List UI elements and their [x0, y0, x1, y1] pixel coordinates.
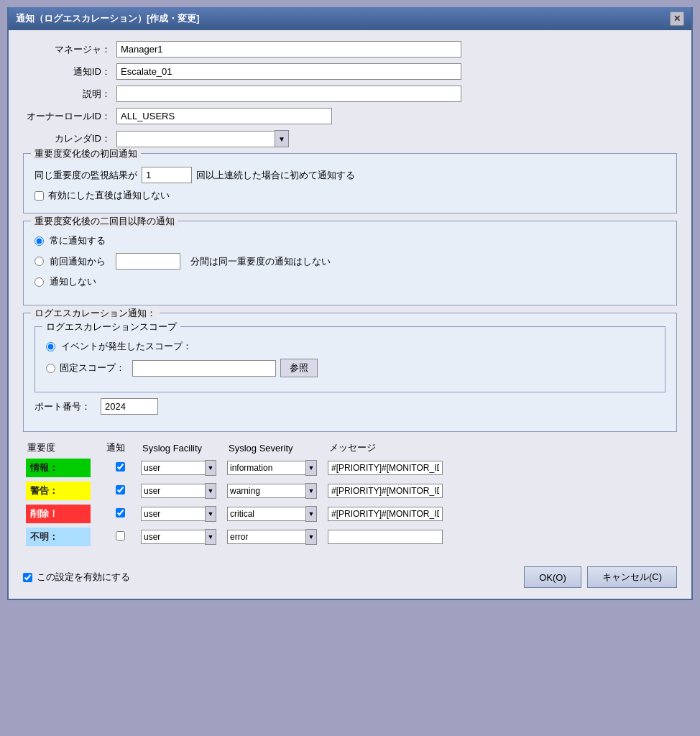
no-notify2-row: 通知しない	[34, 275, 666, 288]
no-notify-checkbox[interactable]	[34, 191, 44, 201]
interval-suffix: 分間は同一重要度の通知はしない	[190, 255, 331, 268]
message-input-critical[interactable]	[328, 507, 443, 521]
second-notification-title: 重要度変化後の二回目以降の通知	[31, 215, 178, 228]
port-label: ポート番号：	[34, 400, 91, 413]
interval-prefix: 前回通知から	[50, 255, 106, 268]
facility-select-arrow-warning[interactable]: ▼	[205, 483, 216, 499]
second-notification-section: 重要度変化後の二回目以降の通知 常に通知する 前回通知から 分間は同一重要度の通…	[23, 221, 677, 305]
col-message: メッセージ	[325, 439, 677, 456]
fixed-scope-radio[interactable]	[46, 364, 55, 373]
event-scope-row: イベントが発生したスコープ：	[46, 340, 654, 353]
event-scope-radio[interactable]	[46, 342, 55, 351]
log-escalation-title: ログエスカレーション通知：	[31, 307, 160, 320]
no-notify2-radio[interactable]	[34, 277, 44, 287]
first-notification-title: 重要度変化後の初回通知	[31, 147, 141, 160]
col-notify: 通知	[102, 439, 138, 456]
scope-section: ログエスカレーションスコープ イベントが発生したスコープ： 固定スコープ： 参照	[34, 326, 666, 392]
notification-id-input[interactable]	[116, 63, 461, 80]
ref-button[interactable]: 参照	[280, 359, 318, 377]
footer: この設定を有効にする OK(O) キャンセル(C)	[9, 559, 691, 599]
event-scope-label: イベントが発生したスコープ：	[61, 340, 192, 353]
description-row: 説明：	[23, 86, 677, 102]
calendar-select[interactable]	[116, 131, 275, 147]
footer-right: OK(O) キャンセル(C)	[524, 566, 677, 588]
table-row: 警告：userkernmaildaemonauth▼informationwar…	[23, 479, 677, 502]
severity-label-info: 情報：	[26, 459, 91, 477]
close-icon: ✕	[673, 14, 681, 24]
table-row: 情報：userkernmaildaemonauth▼informationwar…	[23, 456, 677, 479]
facility-select-arrow-critical[interactable]: ▼	[205, 506, 216, 522]
enable-label: この設定を有効にする	[37, 571, 130, 584]
severity-select-arrow-critical[interactable]: ▼	[305, 506, 317, 522]
manager-row: マネージャ：	[23, 41, 677, 58]
col-severity: 重要度	[23, 439, 102, 456]
severity-select-warning[interactable]: informationwarningcriticalerrornotice	[227, 484, 306, 498]
owner-role-input[interactable]	[116, 108, 332, 124]
ok-button[interactable]: OK(O)	[524, 566, 581, 588]
notification-id-label: 通知ID：	[23, 65, 116, 78]
count-input[interactable]	[142, 167, 192, 183]
no-notify2-label: 通知しない	[50, 275, 96, 288]
notification-id-row: 通知ID：	[23, 63, 677, 80]
close-button[interactable]: ✕	[670, 12, 684, 26]
always-notify-radio[interactable]	[34, 236, 44, 246]
col-severity-level: Syslog Severity	[224, 439, 325, 456]
title-bar: 通知（ログエスカレーション）[作成・変更] ✕	[9, 7, 691, 30]
severity-label-unknown: 不明：	[26, 528, 91, 546]
owner-role-row: オーナーロールID：	[23, 108, 677, 124]
facility-select-unknown[interactable]: userkernmaildaemonauth	[141, 530, 206, 544]
dialog-title: 通知（ログエスカレーション）[作成・変更]	[16, 12, 200, 25]
severity-select-info[interactable]: informationwarningcriticalerrornotice	[227, 461, 306, 475]
facility-select-info[interactable]: userkernmaildaemonauth	[141, 461, 206, 475]
same-severity-label: 同じ重要度の監視結果が	[34, 169, 137, 182]
severity-select-arrow-warning[interactable]: ▼	[305, 483, 317, 499]
severity-select-arrow-unknown[interactable]: ▼	[305, 529, 317, 545]
interval-input[interactable]	[116, 253, 180, 270]
severity-select-unknown[interactable]: informationwarningcriticalerrornotice	[227, 530, 306, 544]
description-label: 説明：	[23, 88, 116, 101]
table-row: 削除！userkernmaildaemonauth▼informationwar…	[23, 502, 677, 525]
notify-checkbox-unknown[interactable]	[116, 531, 125, 540]
description-input[interactable]	[116, 86, 461, 102]
manager-input[interactable]	[116, 41, 461, 58]
fixed-scope-label: 固定スコープ：	[60, 362, 125, 374]
scope-section-title: ログエスカレーションスコープ	[42, 321, 180, 334]
dialog-body: マネージャ： 通知ID： 説明： オーナーロールID： カレンダID： ▼	[9, 30, 691, 559]
calendar-row: カレンダID： ▼	[23, 130, 677, 147]
notify-checkbox-info[interactable]	[116, 462, 125, 472]
col-facility: Syslog Facility	[138, 439, 224, 456]
interval-row: 前回通知から 分間は同一重要度の通知はしない	[34, 253, 666, 270]
severity-select-critical[interactable]: informationwarningcriticalerrornotice	[227, 507, 306, 521]
owner-role-label: オーナーロールID：	[23, 110, 116, 123]
port-row: ポート番号：	[34, 398, 666, 415]
no-notify-label: 有効にした直後は通知しない	[48, 189, 170, 202]
fixed-scope-input[interactable]	[132, 360, 276, 377]
message-input-unknown[interactable]	[328, 530, 443, 544]
footer-left: この設定を有効にする	[23, 571, 130, 584]
log-escalation-section: ログエスカレーション通知： ログエスカレーションスコープ イベントが発生したスコ…	[23, 313, 677, 432]
notify-checkbox-critical[interactable]	[116, 508, 125, 518]
calendar-select-arrow[interactable]: ▼	[275, 130, 289, 147]
count-row: 同じ重要度の監視結果が 回以上連続した場合に初めて通知する	[34, 167, 666, 183]
no-notify-row: 有効にした直後は通知しない	[34, 189, 666, 202]
calendar-label: カレンダID：	[23, 132, 116, 145]
message-input-info[interactable]	[328, 461, 443, 475]
enable-checkbox[interactable]	[23, 573, 32, 582]
notify-checkbox-warning[interactable]	[116, 485, 125, 494]
facility-select-critical[interactable]: userkernmaildaemonauth	[141, 507, 206, 521]
severity-label-warning: 警告：	[26, 482, 91, 500]
interval-radio[interactable]	[34, 257, 44, 266]
always-notify-row: 常に通知する	[34, 234, 666, 247]
count-suffix: 回以上連続した場合に初めて通知する	[196, 169, 355, 182]
facility-select-warning[interactable]: userkernmaildaemonauth	[141, 484, 206, 498]
message-input-warning[interactable]	[328, 484, 443, 498]
table-row: 不明：userkernmaildaemonauth▼informationwar…	[23, 525, 677, 548]
port-input[interactable]	[101, 398, 158, 415]
facility-select-arrow-info[interactable]: ▼	[205, 460, 216, 476]
severity-table: 重要度 通知 Syslog Facility Syslog Severity メ…	[23, 439, 677, 548]
always-notify-label: 常に通知する	[50, 234, 106, 247]
first-notification-section: 重要度変化後の初回通知 同じ重要度の監視結果が 回以上連続した場合に初めて通知す…	[23, 153, 677, 213]
severity-select-arrow-info[interactable]: ▼	[305, 460, 317, 476]
facility-select-arrow-unknown[interactable]: ▼	[205, 529, 216, 545]
cancel-button[interactable]: キャンセル(C)	[587, 566, 677, 588]
